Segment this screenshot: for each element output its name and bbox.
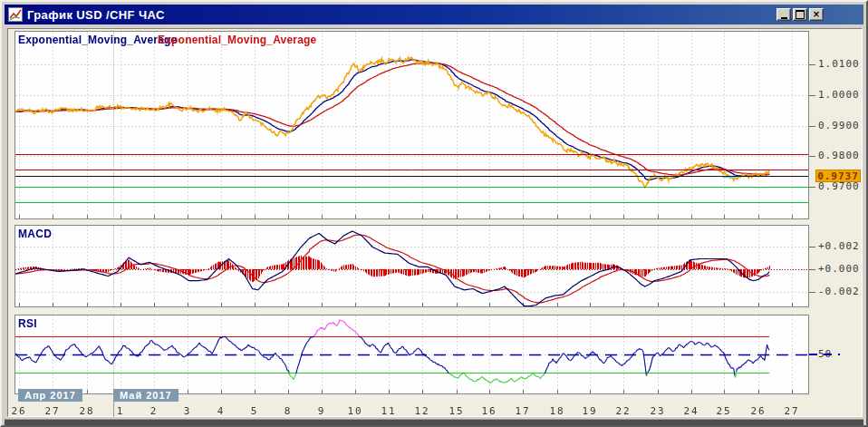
y-axis-tick [809, 95, 815, 96]
x-axis-date-label: 24 [683, 405, 699, 417]
window-titlebar[interactable]: График USD /CHF ЧАС × [5, 5, 863, 24]
x-axis-date-label: 4 [217, 405, 226, 417]
month-separator-line [113, 394, 114, 417]
y-axis-tick-label: +0.000 [818, 263, 860, 276]
x-axis-date-label: 15 [448, 405, 464, 417]
x-axis-date-label: 22 [615, 405, 631, 417]
x-axis-date-label: 28 [79, 405, 94, 417]
x-axis-date-label: 25 [716, 405, 731, 417]
y-axis-tick [809, 156, 815, 157]
x-axis-date-label: 9 [318, 405, 326, 417]
x-axis-date-label: 2 [150, 405, 159, 417]
x-axis-date-label: 5 [251, 405, 259, 417]
chart-window: График USD /CHF ЧАС × Exponential_Moving… [0, 0, 868, 427]
close-button[interactable]: × [809, 8, 824, 21]
rsi-panel-title: RSI [18, 317, 37, 330]
y-axis-tick [809, 126, 815, 127]
x-axis-date-label: 11 [381, 405, 396, 417]
current-price-badge: 0.9737 [815, 170, 861, 182]
chart-icon [8, 7, 23, 22]
macd-chart-canvas [15, 226, 808, 306]
y-axis-tick-label: +0.002 [818, 240, 860, 253]
x-axis-date-label: 27 [44, 405, 60, 417]
x-axis-date-label: 8 [285, 405, 293, 417]
y-axis-tick-label: 0.9800 [818, 150, 860, 162]
legend-ema-fast: Exponential_Moving_Average [18, 34, 177, 46]
x-axis-date-label: 26 [750, 405, 766, 417]
x-axis-date-label: 19 [582, 405, 597, 417]
rsi-chart-canvas [15, 315, 808, 393]
macd-panel-title: MACD [18, 228, 52, 240]
x-axis-date-label: 26 [11, 405, 26, 417]
minimize-button[interactable] [776, 8, 791, 21]
maximize-button[interactable] [793, 8, 807, 21]
y-axis-tick-label: 0.9900 [818, 120, 860, 132]
x-axis-date-label: 1 [117, 405, 125, 417]
x-axis-date-label: 12 [414, 405, 429, 417]
x-axis-date-label: 23 [650, 405, 665, 417]
y-axis-tick-label: 1.0000 [818, 89, 860, 102]
close-icon: × [813, 10, 820, 19]
rsi-panel[interactable] [14, 315, 809, 394]
month-badge: Апр 2017 [18, 389, 82, 402]
x-axis-date-label: 17 [515, 405, 530, 417]
window-title: График USD /CHF ЧАС [27, 8, 165, 22]
price-panel[interactable] [14, 31, 809, 219]
y-axis-tick [809, 292, 815, 293]
x-axis-date-label: 27 [784, 405, 799, 417]
window-bottom-edge [5, 419, 863, 427]
price-chart-canvas [15, 32, 808, 218]
y-axis-tick [809, 64, 815, 65]
y-axis-tick [809, 187, 815, 188]
y-axis-tick [809, 247, 815, 247]
y-axis-tick-label: 1.0100 [818, 58, 860, 71]
maximize-icon [796, 10, 805, 19]
x-axis-date-label: 16 [481, 405, 497, 417]
month-badge: Май 2017 [113, 389, 178, 402]
y-axis-tick-label: -0.002 [818, 286, 860, 298]
macd-panel[interactable] [14, 225, 809, 307]
legend-ema-slow: Exponential_Moving_Average [158, 34, 316, 46]
minimize-icon [781, 17, 787, 19]
x-axis-date-label: 18 [549, 405, 564, 417]
rsi-mid-line-extension [809, 354, 840, 355]
x-axis-date-label: 10 [347, 405, 362, 417]
y-axis-tick [809, 269, 815, 270]
x-axis-date-label: 3 [184, 405, 192, 417]
